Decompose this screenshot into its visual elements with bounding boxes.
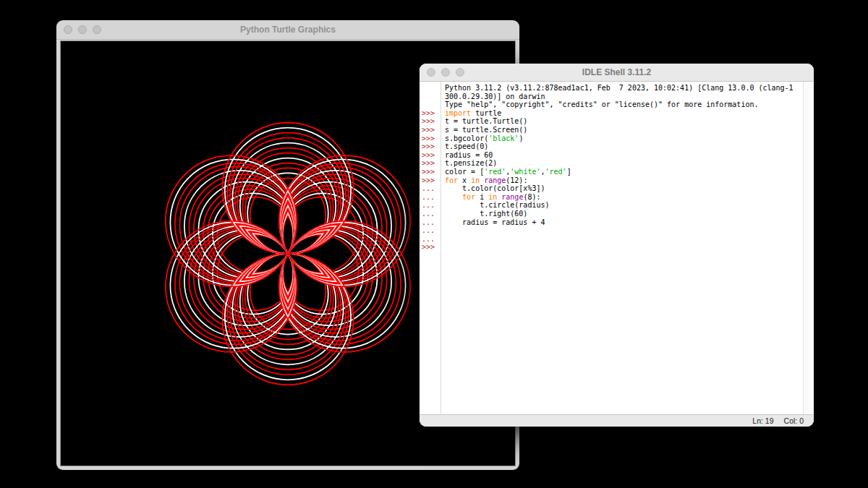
shell-prompt [422, 84, 441, 93]
idle-titlebar[interactable]: IDLE Shell 3.11.2 [420, 64, 814, 82]
shell-lines[interactable]: Python 3.11.2 (v3.11.2:878ead1ac1, Feb 7… [441, 82, 803, 414]
shell-line: t.speed(0) [445, 142, 803, 151]
shell-prompt: ... [422, 193, 441, 202]
status-line-indicator: Ln: 19 [752, 416, 773, 425]
shell-prompt: ... [422, 218, 441, 227]
vertical-scrollbar[interactable] [803, 82, 814, 414]
shell-prompt: >>> [422, 176, 441, 185]
shell-prompt: ... [422, 201, 441, 210]
shell-line: t.right(60) [445, 210, 803, 218]
shell-prompt: >>> [422, 159, 441, 168]
shell-prompt: >>> [422, 126, 441, 134]
shell-line: Python 3.11.2 (v3.11.2:878ead1ac1, Feb 7… [445, 84, 803, 93]
turtle-window-title: Python Turtle Graphics [56, 25, 519, 35]
shell-line: t.color(color[x%3]) [445, 184, 803, 193]
minimize-button[interactable] [78, 25, 87, 34]
shell-line: s = turtle.Screen() [445, 126, 803, 134]
shell-line: t.circle(radius) [445, 201, 803, 210]
shell-prompt: >>> [422, 109, 441, 118]
shell-line [445, 243, 803, 252]
shell-prompt [422, 93, 441, 101]
close-button[interactable] [427, 68, 435, 77]
shell-line: for x in range(12): [445, 176, 803, 185]
shell-line: s.bgcolor('black') [445, 134, 803, 143]
shell-line: Type "help", "copyright", "credits" or "… [445, 100, 803, 109]
shell-line: import turtle [445, 109, 803, 118]
shell-line: t = turtle.Turtle() [445, 117, 803, 126]
shell-prompt: ... [422, 184, 441, 193]
shell-prompt [422, 100, 441, 109]
shell-prompt: >>> [422, 168, 441, 176]
zoom-button[interactable] [93, 25, 101, 34]
shell-text-area[interactable]: >>>>>>>>>>>>>>>>>>>>>>>>>>>.............… [420, 82, 814, 414]
shell-line: t.pensize(2) [445, 159, 803, 168]
shell-line [445, 226, 803, 235]
shell-prompt: >>> [422, 142, 441, 151]
status-col-indicator: Col: 0 [784, 416, 804, 425]
turtle-titlebar[interactable]: Python Turtle Graphics [56, 20, 519, 40]
idle-traffic-lights [427, 68, 464, 77]
shell-prompt: ... [422, 235, 441, 244]
shell-prompt: >>> [422, 243, 441, 252]
shell-line: color = ['red','white','red'] [445, 168, 803, 176]
shell-prompt: ... [422, 226, 441, 235]
zoom-button[interactable] [456, 68, 464, 77]
shell-line: for i in range(8): [445, 193, 803, 202]
shell-prompt: >>> [422, 134, 441, 143]
shell-prompt: ... [422, 210, 441, 218]
minimize-button[interactable] [441, 68, 450, 77]
shell-line [445, 235, 803, 244]
idle-shell-window: IDLE Shell 3.11.2 >>>>>>>>>>>>>>>>>>>>>>… [420, 64, 814, 427]
shell-line: 300.0.29.30)] on darwin [445, 93, 803, 101]
shell-line: radius = 60 [445, 151, 803, 160]
shell-prompt: >>> [422, 151, 441, 160]
shell-prompt-gutter: >>>>>>>>>>>>>>>>>>>>>>>>>>>.............… [420, 82, 441, 414]
turtle-flower-drawing [156, 121, 420, 386]
turtle-traffic-lights [64, 25, 101, 34]
idle-window-title: IDLE Shell 3.11.2 [420, 67, 814, 77]
shell-line: radius = radius + 4 [445, 218, 803, 227]
shell-prompt: >>> [422, 117, 441, 126]
close-button[interactable] [64, 25, 72, 34]
status-bar: Ln: 19 Col: 0 [420, 414, 814, 427]
